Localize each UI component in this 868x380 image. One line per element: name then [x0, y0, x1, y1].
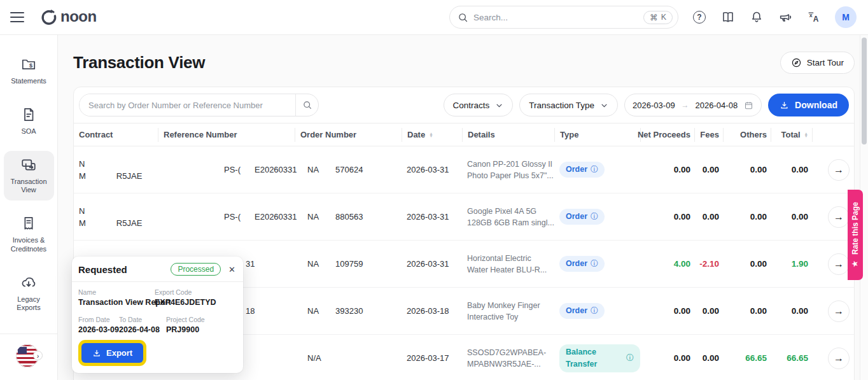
invoices-receipt-icon	[20, 215, 37, 232]
menu-icon[interactable]	[10, 12, 24, 22]
cmd-icon: ⌘	[650, 13, 658, 22]
cell-date: 2026-03-18	[402, 305, 462, 317]
cell-details: Horizontal ElectricWater Heater BLU-R...	[462, 253, 554, 276]
download-icon	[92, 349, 101, 358]
from-date: 2026-03-09	[78, 325, 119, 334]
docs-book-icon[interactable]	[720, 10, 736, 25]
col-total: Total ▲▼	[771, 128, 812, 142]
sort-icon[interactable]: ▲▼	[804, 132, 808, 137]
project-code: PRJ9900	[166, 325, 237, 334]
announcements-megaphone-icon[interactable]	[778, 10, 793, 25]
brand-wordmark: noon	[60, 8, 97, 25]
sidebar-item-soa[interactable]: SOA	[4, 101, 54, 142]
global-search-input[interactable]	[473, 13, 638, 22]
noon-logo[interactable]: noon	[41, 9, 97, 25]
date-range-picker[interactable]: 2026-03-09 → 2026-04-08	[624, 94, 762, 116]
col-reference-number: Reference Number	[158, 128, 295, 142]
row-detail-arrow-button[interactable]: →	[828, 300, 850, 322]
shortcut-badge: ⌘K	[643, 11, 673, 24]
row-detail-arrow-button[interactable]: →	[828, 206, 850, 228]
info-icon[interactable]: ⓘ	[591, 305, 598, 317]
topbar: noon ⌘K ? xA M	[0, 0, 868, 35]
chevron-down-icon	[495, 101, 503, 109]
col-order-number: Order Number	[295, 128, 402, 142]
chevron-down-icon	[600, 101, 608, 109]
sidebar-item-legacy-exports[interactable]: Legacy Exports	[4, 269, 54, 319]
global-search[interactable]: ⌘K	[449, 6, 678, 29]
page-title: Transaction View	[73, 53, 205, 73]
sidebar-item-transaction-view[interactable]: Transaction View	[4, 151, 54, 201]
soa-document-icon	[20, 106, 37, 123]
row-detail-arrow-button[interactable]: →	[828, 253, 850, 275]
cell-date: 2026-03-17	[402, 352, 462, 364]
table-search-input[interactable]	[80, 94, 295, 116]
info-icon[interactable]: ⓘ	[591, 211, 598, 223]
sidebar-divider	[0, 334, 58, 334]
transaction-view-cards-icon	[20, 157, 37, 173]
name-label: Name	[78, 288, 155, 296]
sidebar-item-statements[interactable]: $ Statements	[4, 50, 54, 92]
type-badge[interactable]: Orderⓘ	[559, 303, 605, 319]
download-button[interactable]: Download	[768, 94, 849, 116]
close-icon[interactable]: ✕	[227, 264, 237, 276]
sidebar-item-invoices-creditnotes[interactable]: Invoices & Creditnotes	[4, 209, 54, 260]
filter-bar: Contracts Transaction Type 2026-03-09 → …	[74, 87, 854, 123]
svg-text:$: $	[29, 62, 32, 69]
type-badge[interactable]: Orderⓘ	[559, 162, 605, 178]
info-icon[interactable]: ⓘ	[591, 164, 598, 176]
col-fees: Fees	[694, 128, 723, 142]
svg-text:A: A	[813, 15, 819, 24]
info-icon[interactable]: ⓘ	[626, 352, 634, 364]
avatar[interactable]: M	[835, 6, 857, 28]
notifications-bell-icon[interactable]	[749, 10, 764, 25]
type-badge[interactable]: Orderⓘ	[559, 209, 605, 225]
legacy-exports-cloud-download-icon	[20, 274, 37, 291]
chevron-right-icon: ›	[33, 351, 43, 360]
table-row[interactable]: NMR5JAE PS-(E20260331 NA880563 2026-03-3…	[74, 194, 854, 241]
range-arrow-icon: →	[682, 101, 689, 109]
date-from[interactable]: 2026-03-09	[633, 101, 675, 110]
star-icon: ★	[851, 259, 860, 267]
export-code-label: Export Code	[155, 288, 237, 296]
cell-date: 2026-03-31	[402, 164, 462, 176]
project-code-label: Project Code	[166, 316, 237, 323]
table-row[interactable]: NMR5JAE PS-(E20260331 NA570624 2026-03-3…	[74, 146, 854, 194]
row-detail-arrow-button[interactable]: →	[828, 159, 850, 181]
start-tour-button[interactable]: Start Tour	[780, 52, 855, 74]
help-icon[interactable]: ?	[692, 10, 707, 25]
type-badge[interactable]: Orderⓘ	[559, 256, 605, 272]
type-badge[interactable]: Balance Transferⓘ	[559, 344, 640, 372]
info-icon[interactable]: ⓘ	[591, 258, 598, 270]
col-others: Others	[723, 128, 771, 142]
cell-details: SSOSD7G2WPABEA-MPABNW3R5JAE-...	[462, 347, 554, 370]
col-contract: Contract	[74, 128, 158, 142]
status-badge: Processed	[171, 263, 221, 276]
col-details: Details	[462, 128, 554, 142]
rate-this-page-tab[interactable]: ★ Rate this Page	[848, 190, 863, 280]
sidebar: $ Statements SOA Transaction View Invoic…	[0, 35, 58, 380]
table-header-row: Contract Reference Number Order Number D…	[74, 123, 854, 146]
search-icon[interactable]	[295, 94, 318, 116]
export-button[interactable]: Export	[81, 343, 143, 363]
col-date: Date ▲▼	[402, 128, 462, 142]
to-date-label: To Date	[119, 316, 166, 323]
statements-folder-icon: $	[20, 56, 37, 73]
contracts-dropdown[interactable]: Contracts	[444, 94, 514, 116]
row-detail-arrow-button[interactable]: →	[828, 348, 850, 369]
col-type: Type	[554, 128, 640, 142]
scrollbar-thumb[interactable]	[862, 38, 867, 144]
region-language-selector[interactable]: ›	[16, 344, 41, 367]
date-to[interactable]: 2026-04-08	[696, 101, 738, 110]
cell-date: 2026-03-31	[402, 258, 462, 270]
report-name: Transaction View Report	[78, 298, 155, 307]
cell-date: 2026-03-31	[402, 211, 462, 223]
cell-details: Canon PP-201 Glossy IIPhoto Paper Plus 5…	[462, 158, 554, 181]
popup-title: Requested	[78, 264, 164, 275]
sort-icon[interactable]: ▲▼	[429, 132, 433, 137]
svg-text:x: x	[809, 12, 813, 18]
translate-icon[interactable]: xA	[806, 10, 822, 25]
to-date: 2026-04-08	[119, 325, 166, 334]
table-search[interactable]	[79, 94, 319, 116]
cell-details: Baby Monkey FingerInteractive Toy	[462, 300, 554, 323]
transaction-type-dropdown[interactable]: Transaction Type	[519, 94, 618, 116]
